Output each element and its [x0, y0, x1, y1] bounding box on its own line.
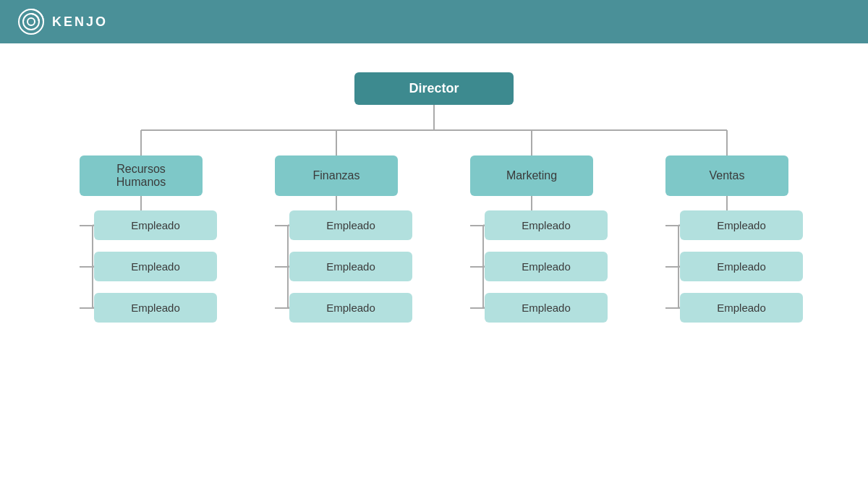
h-line: [470, 266, 485, 268]
emp-row: Empleado: [275, 252, 412, 281]
emp-label: Empleado: [326, 219, 375, 231]
emp-row: Empleado: [80, 210, 217, 240]
dept-header-ventas: Ventas: [651, 155, 803, 196]
emp-row: Empleado: [80, 293, 217, 323]
dept-node-rrhh[interactable]: RecursosHumanos: [80, 155, 203, 196]
logo-text: KENJO: [52, 14, 108, 30]
emp-node[interactable]: Empleado: [485, 210, 608, 240]
emp-label: Empleado: [717, 219, 766, 231]
dept-node-marketing[interactable]: Marketing: [470, 155, 593, 196]
h-line: [665, 225, 680, 226]
emp-row: Empleado: [470, 210, 608, 240]
emp-label: Empleado: [522, 219, 571, 231]
h-line: [665, 266, 680, 268]
dept-label-rrhh: RecursosHumanos: [116, 163, 166, 189]
director-node[interactable]: Director: [354, 72, 514, 105]
emp-node[interactable]: Empleado: [680, 293, 803, 323]
emp-node[interactable]: Empleado: [485, 293, 608, 323]
emp-label: Empleado: [131, 302, 180, 314]
emp-row: Empleado: [470, 252, 608, 281]
emp-node[interactable]: Empleado: [94, 210, 217, 240]
emp-label: Empleado: [717, 302, 766, 314]
emp-row: Empleado: [665, 293, 803, 323]
emp-group-finanzas: Empleado Empleado Empleado: [260, 210, 412, 323]
h-line: [80, 225, 94, 226]
level-director: Director: [354, 72, 514, 105]
emp-node[interactable]: Empleado: [289, 293, 412, 323]
emp-label: Empleado: [131, 219, 180, 231]
dept-header-marketing: Marketing: [456, 155, 608, 196]
emp-row: Empleado: [275, 210, 412, 240]
emp-group-marketing: Empleado Empleado Empleado: [456, 210, 608, 323]
h-line: [470, 225, 485, 226]
h-line: [470, 307, 485, 309]
h-line: [275, 307, 289, 309]
emp-row: Empleado: [275, 293, 412, 323]
kenjo-logo-icon: [17, 8, 45, 35]
dept-node-ventas[interactable]: Ventas: [665, 155, 788, 196]
header: KENJO: [0, 0, 868, 43]
emp-group-rrhh: Empleado Empleado Empleado: [65, 210, 217, 323]
emp-node[interactable]: Empleado: [485, 252, 608, 281]
emp-node[interactable]: Empleado: [680, 252, 803, 281]
emp-node[interactable]: Empleado: [94, 252, 217, 281]
h-line: [80, 307, 94, 309]
emp-node[interactable]: Empleado: [94, 293, 217, 323]
svg-point-2: [27, 18, 35, 25]
emp-label: Empleado: [717, 260, 766, 273]
dept-col-rrhh: RecursosHumanos Empleado Empleado: [65, 155, 217, 323]
logo-container: KENJO: [17, 8, 108, 35]
emp-row: Empleado: [665, 252, 803, 281]
emp-label: Empleado: [326, 260, 375, 273]
emp-label: Empleado: [522, 302, 571, 314]
h-line: [665, 307, 680, 309]
departments-level: RecursosHumanos Empleado Empleado: [65, 155, 803, 323]
h-line: [275, 225, 289, 226]
director-label: Director: [409, 81, 459, 95]
emp-label: Empleado: [326, 302, 375, 314]
emp-group-ventas: Empleado Empleado Empleado: [651, 210, 803, 323]
emp-row: Empleado: [80, 252, 217, 281]
emp-node[interactable]: Empleado: [289, 252, 412, 281]
dept-node-finanzas[interactable]: Finanzas: [275, 155, 398, 196]
dept-header-finanzas: Finanzas: [260, 155, 412, 196]
emp-row: Empleado: [665, 210, 803, 240]
dept-label-marketing: Marketing: [506, 169, 557, 182]
h-line: [275, 266, 289, 268]
h-line: [80, 266, 94, 268]
dept-header-rrhh: RecursosHumanos: [65, 155, 217, 196]
dept-label-finanzas: Finanzas: [313, 169, 360, 182]
emp-label: Empleado: [522, 260, 571, 273]
dept-col-finanzas: Finanzas Empleado Empleado: [260, 155, 412, 323]
dept-label-ventas: Ventas: [710, 169, 745, 182]
emp-node[interactable]: Empleado: [289, 210, 412, 240]
emp-label: Empleado: [131, 260, 180, 273]
emp-row: Empleado: [470, 293, 608, 323]
dept-col-ventas: Ventas Empleado Empleado: [651, 155, 803, 323]
emp-node[interactable]: Empleado: [680, 210, 803, 240]
org-chart-area: Director RecursosHumanos Empleado: [0, 43, 868, 499]
dept-col-marketing: Marketing Empleado Empleado: [456, 155, 608, 323]
